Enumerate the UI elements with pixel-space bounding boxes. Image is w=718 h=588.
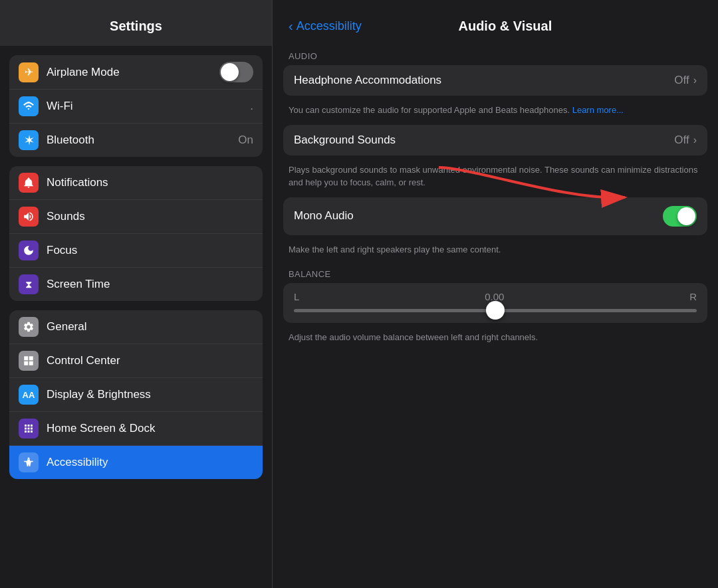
homescreen-icon [19,419,39,439]
sidebar-item-general[interactable]: General [9,310,263,344]
main-panel: ‹ Accessibility Audio & Visual AUDIO Hea… [273,0,718,588]
accessibility-label: Accessibility [47,456,253,469]
sidebar-item-focus[interactable]: Focus [9,234,263,268]
displaybrightness-label: Display & Brightness [47,388,253,401]
sidebar-item-homescreen[interactable]: Home Screen & Dock [9,412,263,446]
headphone-accommodations-row[interactable]: Headphone Accommodations Off › [283,65,707,96]
back-button[interactable]: ‹ Accessibility [289,19,362,34]
audio-section-header: AUDIO [273,46,718,65]
headphone-accommodations-description: You can customize the audio for supporte… [273,98,718,125]
notifications-icon [19,173,39,193]
wifi-svg [23,100,35,112]
controlcenter-label: Control Center [47,354,253,367]
wifi-icon [19,96,39,116]
sidebar-item-controlcenter[interactable]: Control Center [9,344,263,378]
controlcenter-icon [19,351,39,371]
notifications-label: Notifications [47,176,253,189]
learn-more-link[interactable]: Learn more... [572,105,624,115]
mono-audio-toggle[interactable] [663,206,697,227]
sounds-icon [19,207,39,227]
general-label: General [47,320,253,334]
sidebar-item-bluetooth[interactable]: ✶ Bluetooth On [9,124,263,157]
wifi-label: Wi-Fi [47,100,250,113]
focus-label: Focus [47,244,253,257]
background-sounds-card: Background Sounds Off › [283,125,707,155]
screentime-label: Screen Time [47,278,253,291]
mono-audio-card: Mono Audio [283,197,707,235]
homescreen-label: Home Screen & Dock [47,422,253,435]
headphone-accommodations-label: Headphone Accommodations [294,74,674,87]
background-sounds-label: Background Sounds [294,134,674,147]
sidebar: Settings ✈ Airplane Mode Wi-Fi . [0,0,273,588]
sidebar-item-notifications[interactable]: Notifications [9,166,263,200]
focus-icon [19,241,39,260]
balance-slider-knob[interactable] [486,301,505,320]
balance-section-header: BALANCE [273,264,718,283]
airplane-mode-label: Airplane Mode [47,66,219,79]
background-sounds-row[interactable]: Background Sounds Off › [283,125,707,155]
airplane-mode-toggle[interactable] [219,62,253,82]
bluetooth-value: On [238,134,253,147]
headphone-desc-text: You can customize the audio for supporte… [289,105,572,115]
sounds-label: Sounds [47,210,253,223]
balance-card: L 0.00 R [283,283,707,323]
screentime-icon: ⧗ [19,274,39,294]
main-panel-title: Audio & Visual [362,19,649,34]
background-sounds-value: Off [674,134,689,147]
mono-audio-row[interactable]: Mono Audio [283,197,707,235]
main-header: ‹ Accessibility Audio & Visual [273,0,718,46]
balance-description: Adjust the audio volume balance between … [273,326,718,352]
general-icon [19,317,39,337]
balance-right-label: R [689,291,697,302]
balance-left-label: L [294,291,299,302]
displaybrightness-icon: AA [19,385,39,405]
sidebar-title: Settings [0,0,272,46]
mono-audio-description: Make the left and right speakers play th… [273,238,718,264]
headphone-accommodations-card: Headphone Accommodations Off › [283,65,707,96]
mono-audio-label: Mono Audio [294,209,663,223]
back-chevron-icon: ‹ [289,19,293,34]
sidebar-section-middle: Notifications Sounds Focus ⧗ Screen Time [9,166,263,301]
sidebar-item-wifi[interactable]: Wi-Fi . [9,90,263,124]
bluetooth-icon: ✶ [19,130,39,150]
accessibility-icon [19,452,39,472]
background-sounds-description: Plays background sounds to mask unwanted… [273,158,718,197]
balance-slider-track[interactable] [294,309,697,312]
mono-audio-section: Mono Audio [273,197,718,235]
sidebar-item-accessibility[interactable]: Accessibility [9,446,263,479]
sidebar-section-bottom: General Control Center AA Display & Brig… [9,310,263,479]
sidebar-item-sounds[interactable]: Sounds [9,200,263,234]
airplane-mode-toggle-knob [221,63,239,81]
back-label: Accessibility [297,19,362,33]
headphone-accommodations-value: Off [674,74,689,87]
sidebar-item-airplane[interactable]: ✈ Airplane Mode [9,55,263,90]
airplane-mode-icon: ✈ [19,62,39,82]
sidebar-item-displaybrightness[interactable]: AA Display & Brightness [9,378,263,412]
background-sounds-chevron: › [693,134,697,146]
mono-audio-toggle-knob [677,207,695,225]
headphone-accommodations-chevron: › [693,74,697,86]
wifi-value: . [250,100,253,113]
sidebar-section-connectivity: ✈ Airplane Mode Wi-Fi . ✶ Bluetooth On [9,55,263,157]
sidebar-item-screentime[interactable]: ⧗ Screen Time [9,268,263,301]
bluetooth-label: Bluetooth [47,134,238,147]
